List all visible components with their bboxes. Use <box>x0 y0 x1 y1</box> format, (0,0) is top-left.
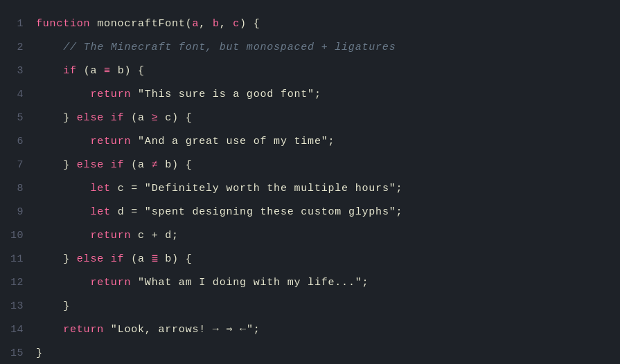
token-punct: , <box>199 18 213 30</box>
token-param: c <box>233 18 240 30</box>
line-content: return "What am I doing with my life..."… <box>36 271 369 295</box>
token-string: "Look, arrows! → ⇒ ←" <box>111 324 254 336</box>
token-string: "What am I doing with my life..." <box>138 277 362 289</box>
token-punct: ; <box>315 89 321 100</box>
token-punct <box>36 230 90 242</box>
token-punct <box>36 277 90 289</box>
line-number: 6 <box>0 130 36 154</box>
token-op: ≥ <box>152 112 159 124</box>
token-punct: ; <box>172 230 179 242</box>
token-kw: function <box>36 18 97 30</box>
token-punct: ) { <box>124 65 144 77</box>
token-punct: = <box>131 183 145 194</box>
token-string: "This sure is a good font" <box>138 89 315 100</box>
line-content: } else if (a ≣ b) { <box>36 248 193 271</box>
token-punct: , <box>220 18 233 30</box>
token-punct: ) { <box>172 159 192 171</box>
code-line: 4 return "This sure is a good font"; <box>0 83 620 107</box>
line-content: let d = "spent designing these custom gl… <box>36 201 402 224</box>
token-punct: ) { <box>172 253 192 265</box>
line-content: } <box>36 342 43 364</box>
token-punct: ( <box>131 253 138 265</box>
line-number: 8 <box>0 177 36 201</box>
token-param: a <box>192 18 199 30</box>
token-fn: monocraftFont <box>97 18 185 30</box>
code-line: 14 return "Look, arrows! → ⇒ ←"; <box>0 318 620 342</box>
token-punct: } <box>36 112 77 124</box>
line-number: 11 <box>0 248 36 271</box>
token-string: "And a great use of my time" <box>138 136 328 147</box>
token-punct: ; <box>362 277 369 289</box>
token-param: b <box>213 18 220 30</box>
token-kw: else if <box>77 112 131 124</box>
token-punct: ) { <box>172 112 192 124</box>
token-kw: return <box>63 324 111 336</box>
token-string: "Definitely worth the multiple hours" <box>145 183 396 194</box>
token-punct <box>36 65 63 77</box>
code-line: 11 } else if (a ≣ b) { <box>0 248 620 271</box>
line-number: 7 <box>0 154 36 177</box>
token-punct: ( <box>84 65 91 77</box>
token-punct: ( <box>186 18 193 30</box>
line-content: } <box>36 295 70 318</box>
token-punct <box>36 324 63 336</box>
token-punct: } <box>36 159 77 171</box>
token-var: c <box>138 230 152 242</box>
token-op: ≣ <box>152 253 159 265</box>
line-content: return c + d; <box>36 224 179 248</box>
code-editor: 1function monocraftFont(a, b, c) {2 // T… <box>0 0 620 364</box>
token-kw: return <box>90 136 138 147</box>
token-string: "spent designing these custom glyphs" <box>145 206 396 218</box>
code-line: 15} <box>0 342 620 364</box>
line-number: 9 <box>0 201 36 224</box>
code-line: 6 return "And a great use of my time"; <box>0 130 620 154</box>
line-number: 13 <box>0 295 36 318</box>
token-kw: return <box>90 277 138 289</box>
code-line: 13 } <box>0 295 620 318</box>
code-line: 9 let d = "spent designing these custom … <box>0 201 620 224</box>
line-number: 15 <box>0 342 36 364</box>
token-punct: + <box>152 230 166 242</box>
line-number: 3 <box>0 60 36 83</box>
token-punct <box>36 183 90 194</box>
line-number: 12 <box>0 271 36 295</box>
token-kw: return <box>90 89 138 100</box>
token-var: b <box>158 159 172 171</box>
token-punct: ; <box>396 183 403 194</box>
line-number: 1 <box>0 12 36 36</box>
token-var: c <box>158 112 172 124</box>
token-kw: if <box>63 65 83 77</box>
line-content: // The Minecraft font, but monospaced + … <box>36 36 396 60</box>
line-content: } else if (a ≥ c) { <box>36 107 192 130</box>
line-content: let c = "Definitely worth the multiple h… <box>36 177 402 201</box>
token-punct <box>36 136 90 147</box>
code-line: 8 let c = "Definitely worth the multiple… <box>0 177 620 201</box>
token-punct: ; <box>254 324 260 336</box>
token-var: c <box>118 183 132 194</box>
token-kw: let <box>90 206 117 218</box>
token-var: a <box>138 253 152 265</box>
token-punct: ; <box>396 206 403 218</box>
code-line: 2 // The Minecraft font, but monospaced … <box>0 36 620 60</box>
line-content: return "And a great use of my time"; <box>36 130 335 154</box>
token-punct: } <box>36 300 70 312</box>
line-content: } else if (a ≠ b) { <box>36 154 192 177</box>
token-punct <box>36 206 90 218</box>
line-content: function monocraftFont(a, b, c) { <box>36 12 260 36</box>
line-number: 4 <box>0 83 36 107</box>
token-kw: else if <box>77 253 131 265</box>
token-var: a <box>90 65 104 77</box>
token-var: a <box>138 112 152 124</box>
token-punct: ) { <box>240 18 260 30</box>
token-punct: ; <box>328 136 335 147</box>
token-punct <box>36 89 90 100</box>
token-kw: return <box>90 230 138 242</box>
token-comment: // The Minecraft font, but monospaced + … <box>36 42 396 53</box>
token-var: d <box>165 230 172 242</box>
line-number: 10 <box>0 224 36 248</box>
code-line: 5 } else if (a ≥ c) { <box>0 107 620 130</box>
token-punct: } <box>36 253 77 265</box>
code-line: 3 if (a ≡ b) { <box>0 60 620 83</box>
line-content: if (a ≡ b) { <box>36 60 145 83</box>
token-punct: ( <box>131 159 138 171</box>
